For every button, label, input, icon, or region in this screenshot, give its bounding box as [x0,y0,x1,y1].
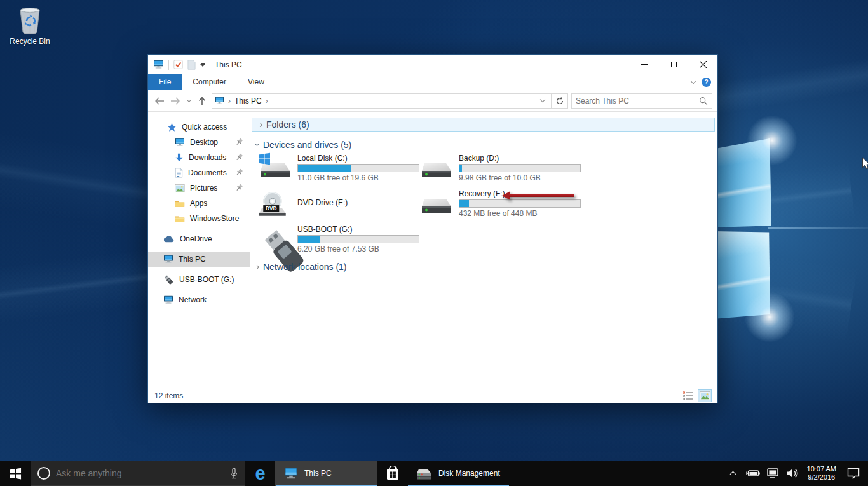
maximize-button[interactable] [659,55,688,74]
hdd-windows-icon [259,155,291,183]
taskbar-this-pc-button[interactable]: This PC [275,461,377,486]
group-header-network-locations[interactable]: Network locations (1) [255,262,712,272]
status-bar: 12 items [148,388,717,403]
close-icon [700,61,707,68]
sidebar-item-label: Pictures [190,184,217,192]
tab-computer[interactable]: Computer [182,74,237,90]
back-button[interactable] [153,94,166,108]
sidebar-item-quick-access[interactable]: Quick access [148,119,250,135]
store-icon [386,466,400,481]
properties-icon[interactable] [173,60,183,69]
expand-chevron-icon[interactable] [255,142,259,146]
search-icon[interactable] [699,97,708,105]
sidebar-item-apps[interactable]: Apps [148,196,250,211]
network-tray-button[interactable] [766,464,780,483]
drive-local-disk-c[interactable]: Local Disk (C:) 11.0 GB free of 19.6 GB [254,154,413,186]
new-folder-icon[interactable] [187,60,196,70]
sidebar-item-downloads[interactable]: Downloads [148,150,250,165]
breadcrumb-chevron-icon[interactable]: › [264,97,269,105]
thumbnail-view-button[interactable] [698,390,711,402]
sidebar-item-usb-boot[interactable]: USB-BOOT (G:) [148,272,250,287]
wallpaper-windows-logo-pane [713,231,770,319]
refresh-button[interactable] [552,93,568,109]
refresh-icon [555,97,564,105]
sidebar-item-label: Network [179,295,207,304]
details-view-button[interactable] [682,390,695,402]
window-title: This PC [215,60,242,69]
taskbar-button-label: Disk Management [438,469,500,478]
search-input[interactable] [576,97,696,105]
drive-free-space: 11.0 GB free of 19.6 GB [297,173,419,182]
maximize-icon [671,62,677,67]
drive-usb-boot-g[interactable]: USB-BOOT (G:) 6.20 GB free of 7.53 GB [254,225,413,257]
sidebar-item-label: Quick access [182,123,227,132]
clock-time: 10:07 AM [807,465,836,473]
edge-icon: e [255,464,265,483]
up-button[interactable] [196,94,208,108]
toolbar-separator [210,60,210,70]
cortana-search-input[interactable] [56,468,224,478]
drive-name: DVD Drive (E:) [297,198,419,208]
sidebar-item-label: WindowsStore [190,214,239,223]
details-view-icon [683,391,693,400]
customize-toolbar-dropdown-icon[interactable] [200,63,205,67]
cortana-icon [37,467,50,480]
show-hidden-icons-button[interactable] [726,464,740,483]
folder-icon [175,215,185,223]
action-center-button[interactable] [844,464,863,483]
taskbar-disk-management-button[interactable]: Disk Management [407,461,510,486]
help-icon[interactable]: ? [702,78,711,87]
title-bar[interactable]: This PC [148,55,717,74]
tab-file[interactable]: File [148,74,182,90]
sidebar-item-documents[interactable]: Documents [148,165,250,180]
chevron-up-icon [730,471,736,478]
navigation-pane: Quick access Desktop Downloads Documents [148,112,250,388]
capacity-bar [459,164,581,172]
sidebar-item-desktop[interactable]: Desktop [148,135,250,150]
file-list-pane[interactable]: Folders (6) Devices and drives (5) Loca [250,112,717,388]
expand-ribbon-icon[interactable] [691,78,696,83]
sidebar-item-label: This PC [179,255,206,264]
drive-dvd-e[interactable]: DVD Drive (E:) [254,189,413,221]
drive-backup-d[interactable]: Backup (D:) 9.98 GB free of 10.0 GB [416,154,574,186]
taskbar-clock[interactable]: 10:07 AM 9/2/2016 [805,465,838,482]
document-icon [175,168,183,178]
sidebar-item-network[interactable]: Network [148,292,250,307]
windows-start-icon [10,468,22,480]
search-box[interactable] [571,93,712,109]
recent-locations-dropdown-icon[interactable] [185,94,193,108]
taskbar-store-button[interactable] [377,461,407,486]
minimize-button[interactable] [630,55,659,74]
close-button[interactable] [688,55,717,74]
download-icon [175,153,184,163]
tab-view[interactable]: View [237,74,275,90]
sidebar-item-this-pc[interactable]: This PC [148,252,250,267]
this-pc-icon [215,97,224,105]
disk-management-icon [416,467,432,480]
this-pc-icon [163,255,173,264]
sidebar-item-label: OneDrive [180,234,212,243]
group-header-devices[interactable]: Devices and drives (5) [255,140,712,150]
status-separator [224,391,224,401]
window-system-icon[interactable] [153,60,164,69]
recycle-bin-label: Recycle Bin [5,37,55,46]
sidebar-item-windowsstore[interactable]: WindowsStore [148,211,250,226]
start-button[interactable] [0,461,31,486]
address-bar[interactable]: › This PC › [212,93,552,109]
taskbar-edge-button[interactable]: e [245,461,275,486]
collapse-chevron-icon[interactable] [255,264,259,269]
group-header-folders[interactable]: Folders (6) [252,118,715,132]
collapse-chevron-icon[interactable] [258,122,262,126]
cortana-search-box[interactable] [31,461,245,486]
sidebar-item-onedrive[interactable]: OneDrive [148,231,250,246]
sidebar-item-pictures[interactable]: Pictures [148,180,250,196]
hdd-icon [421,191,452,219]
breadcrumb[interactable]: This PC [234,97,262,105]
microphone-icon[interactable] [229,468,238,479]
battery-tray-button[interactable] [746,464,760,483]
recycle-bin-shortcut[interactable]: Recycle Bin [5,4,55,46]
capacity-bar [297,235,419,243]
forward-button[interactable] [169,94,182,108]
address-dropdown-icon[interactable] [537,100,548,102]
volume-tray-button[interactable] [785,464,799,483]
